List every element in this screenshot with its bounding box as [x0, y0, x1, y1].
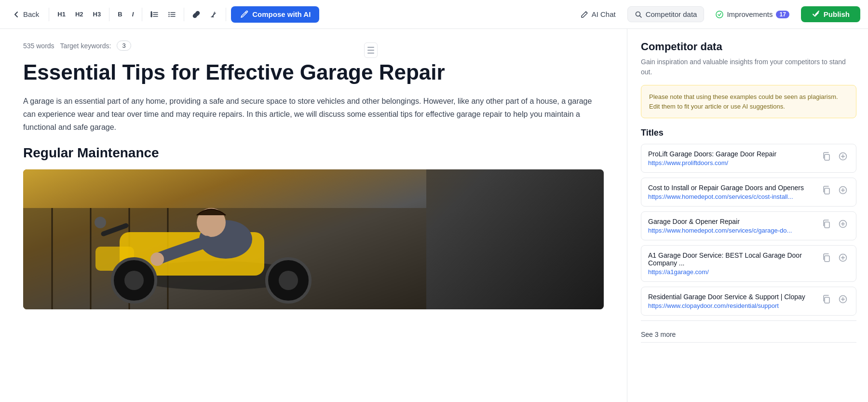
ordered-list-icon: 123	[150, 11, 158, 18]
clear-format-icon	[210, 11, 217, 18]
link-button[interactable]	[189, 8, 203, 21]
toolbar-divider-2	[109, 8, 109, 21]
competitor-3-url[interactable]: https://www.homedepot.com/services/c/gar…	[648, 227, 814, 234]
competitor-1-info: ProLift Garage Doors: Garage Door Repair…	[648, 150, 814, 166]
competitor-2-copy-button[interactable]	[820, 184, 833, 196]
collapse-line-3	[367, 53, 374, 54]
moto-scene-bg	[23, 169, 604, 309]
italic-button[interactable]: I	[129, 8, 137, 20]
warning-box: Please note that using these examples co…	[641, 85, 856, 118]
titles-section-label: Titles	[641, 128, 856, 138]
panel-header: Competitor data Gain inspiration and val…	[641, 41, 856, 77]
link-icon	[192, 11, 200, 18]
improvements-badge: 17	[776, 11, 789, 18]
panel-description: Gain inspiration and valuable insights f…	[641, 57, 856, 77]
collapse-line-2	[367, 50, 374, 51]
see-more-container: See 3 more	[641, 320, 856, 343]
svg-line-14	[639, 15, 641, 17]
h1-button[interactable]: H1	[54, 8, 69, 20]
copy-icon	[822, 152, 831, 161]
competitor-5-actions	[820, 293, 849, 305]
competitor-4-url[interactable]: https://a1garage.com/	[648, 268, 814, 276]
see-more-link[interactable]: See 3 more	[641, 327, 856, 343]
ordered-list-button[interactable]: 123	[147, 8, 162, 21]
h3-button[interactable]: H3	[90, 8, 105, 20]
add-circle-icon	[839, 295, 847, 304]
add-circle-icon	[839, 253, 847, 262]
competitor-4-title: A1 Garage Door Service: BEST Local Garag…	[648, 251, 814, 267]
h2-button[interactable]: H2	[72, 8, 87, 20]
search-icon	[635, 11, 642, 18]
competitor-3-title: Garage Door & Opener Repair	[648, 218, 814, 225]
competitor-1-url[interactable]: https://www.proliftdoors.com/	[648, 159, 814, 166]
improvements-button[interactable]: Improvements 17	[709, 7, 796, 22]
garage-image-svg	[23, 169, 426, 309]
back-button[interactable]: Back	[8, 7, 44, 21]
competitor-5-title: Residential Garage Door Service & Suppor…	[648, 293, 814, 301]
svg-point-28	[124, 271, 144, 290]
competitor-4-copy-button[interactable]	[820, 251, 833, 264]
toolbar: Back H1 H2 H3 B I 123	[0, 0, 868, 29]
toolbar-divider-4	[184, 8, 184, 21]
competitor-2-info: Cost to Install or Repair Garage Doors a…	[648, 184, 814, 200]
competitor-item-5: Residential Garage Door Service & Suppor…	[641, 287, 856, 316]
arrow-left-icon	[13, 11, 20, 18]
competitor-3-add-button[interactable]	[837, 218, 849, 230]
h1-label: H1	[57, 11, 66, 18]
h3-label: H3	[93, 11, 101, 18]
competitor-5-add-button[interactable]	[837, 293, 849, 305]
competitor-item-3: Garage Door & Opener Repair https://www.…	[641, 211, 856, 240]
pencil-icon	[581, 11, 588, 18]
toolbar-divider	[49, 8, 49, 21]
competitor-item-1: ProLift Garage Doors: Garage Door Repair…	[641, 144, 856, 173]
competitor-1-add-button[interactable]	[837, 150, 849, 163]
add-circle-icon	[839, 186, 847, 194]
warning-text: Please note that using these examples co…	[649, 93, 838, 110]
svg-point-26	[95, 217, 106, 228]
copy-icon	[822, 253, 831, 262]
competitor-item-4: A1 Garage Door Service: BEST Local Garag…	[641, 245, 856, 282]
target-keywords-badge[interactable]: 3	[117, 41, 131, 51]
ai-chat-label: AI Chat	[592, 10, 616, 18]
article-title[interactable]: Essential Tips for Effective Garage Repa…	[23, 60, 604, 85]
collapse-panel-button[interactable]	[364, 42, 378, 58]
article-body[interactable]: A garage is an essential part of any hom…	[23, 95, 604, 134]
svg-rect-46	[825, 256, 829, 262]
collapse-line-1	[367, 47, 374, 48]
competitor-4-add-button[interactable]	[837, 251, 849, 264]
copy-icon	[822, 220, 831, 228]
toolbar-divider-3	[142, 8, 142, 21]
competitor-5-info: Residential Garage Door Service & Suppor…	[648, 293, 814, 309]
competitor-5-url[interactable]: https://www.clopaydoor.com/residential/s…	[648, 302, 814, 309]
svg-text:3: 3	[151, 15, 152, 17]
publish-button[interactable]: Publish	[801, 6, 860, 22]
competitor-5-copy-button[interactable]	[820, 293, 833, 305]
copy-icon	[822, 186, 831, 194]
article-image	[23, 169, 604, 309]
competitor-2-add-button[interactable]	[837, 184, 849, 196]
svg-point-33	[150, 252, 164, 266]
editor-area[interactable]: 535 words Target keywords: 3 Essential T…	[0, 29, 627, 402]
compose-ai-button[interactable]: Compose with AI	[231, 6, 319, 23]
svg-point-10	[169, 14, 170, 14]
competitor-1-copy-button[interactable]	[820, 150, 833, 163]
h2-label: H2	[75, 11, 83, 18]
competitor-2-url[interactable]: https://www.homedepot.com/services/c/cos…	[648, 193, 814, 200]
improvements-label: Improvements	[727, 10, 773, 18]
competitor-4-info: A1 Garage Door Service: BEST Local Garag…	[648, 251, 814, 276]
unordered-list-button[interactable]	[164, 8, 179, 21]
word-count: 535 words	[23, 42, 54, 50]
improvements-icon	[716, 11, 723, 18]
bold-button[interactable]: B	[114, 8, 125, 20]
svg-point-30	[279, 271, 298, 290]
competitor-3-copy-button[interactable]	[820, 218, 833, 230]
svg-point-11	[169, 15, 170, 16]
competitor-data-button[interactable]: Competitor data	[627, 6, 705, 22]
competitor-1-actions	[820, 150, 849, 163]
competitor-1-title: ProLift Garage Doors: Garage Door Repair	[648, 150, 814, 158]
clear-format-button[interactable]	[206, 8, 221, 21]
copy-icon	[822, 295, 831, 304]
compose-label: Compose with AI	[252, 10, 311, 18]
section-heading[interactable]: Regular Maintenance	[23, 145, 604, 161]
ai-chat-button[interactable]: AI Chat	[574, 7, 623, 22]
